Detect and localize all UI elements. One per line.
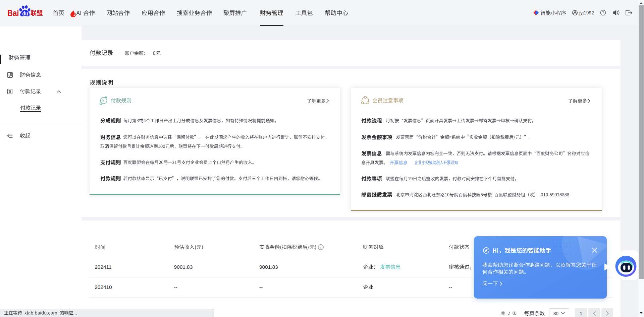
svg-text:9001.83: 9001.83 — [174, 264, 193, 270]
svg-text:du: du — [22, 10, 28, 17]
svg-text:1: 1 — [580, 311, 583, 316]
svg-text:--: -- — [174, 284, 177, 290]
svg-text:Bai: Bai — [7, 8, 19, 18]
svg-text:--: -- — [259, 284, 263, 290]
svg-text:202411: 202411 — [95, 264, 111, 270]
svg-text:jyj1992: jyj1992 — [579, 10, 594, 15]
svg-text:--: -- — [449, 284, 452, 290]
svg-text:9001.83: 9001.83 — [259, 264, 278, 270]
svg-text:30: 30 — [553, 311, 558, 316]
svg-text:202410: 202410 — [95, 284, 112, 290]
